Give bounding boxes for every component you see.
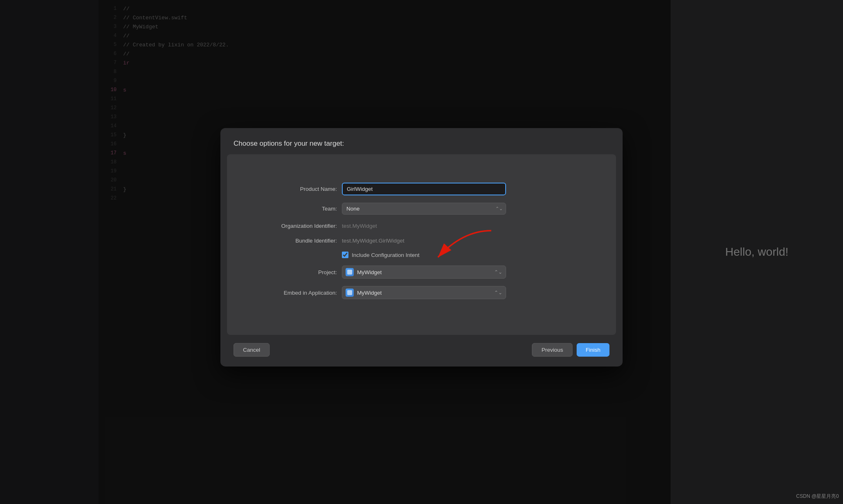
product-name-input[interactable] (342, 183, 506, 195)
modal-footer: Cancel Previous Finish (220, 335, 623, 367)
embed-app-icon (346, 289, 354, 297)
new-target-dialog: Choose options for your new target: Prod… (220, 128, 623, 367)
team-row: Team: None ⌃⌄ (227, 203, 616, 215)
embed-app-select-label: MyWidget (357, 289, 491, 296)
embed-app-row: Embed in Application: MyWidget ⌃⌄ (227, 286, 616, 299)
bundle-identifier-control: test.MyWidget.GirlWidget (342, 237, 506, 244)
org-identifier-row: Organization Identifier: test.MyWidget (227, 222, 616, 229)
annotation-arrow (430, 227, 495, 268)
previous-button[interactable]: Previous (532, 343, 573, 357)
cancel-button[interactable]: Cancel (234, 343, 270, 357)
team-control: None ⌃⌄ (342, 203, 506, 215)
org-identifier-value: test.MyWidget (342, 223, 377, 229)
project-app-icon (346, 268, 354, 276)
bundle-identifier-label: Bundle Identifier: (243, 237, 342, 243)
project-select[interactable]: MyWidget ⌃⌄ (342, 266, 506, 279)
team-select[interactable]: None (342, 203, 506, 215)
config-intent-wrapper: Include Configuration Intent (342, 252, 419, 258)
embed-app-select[interactable]: MyWidget ⌃⌄ (342, 286, 506, 299)
modal-title: Choose options for your new target: (234, 140, 609, 148)
project-chevron-icon: ⌃⌄ (494, 269, 502, 275)
bundle-identifier-value: test.MyWidget.GirlWidget (342, 238, 404, 244)
team-label: Team: (243, 206, 342, 212)
product-name-row: Product Name: (227, 183, 616, 195)
embed-app-icon-inner (347, 290, 352, 295)
product-name-control (342, 183, 506, 195)
project-row: Project: MyWidget ⌃⌄ (227, 266, 616, 279)
project-icon-inner (347, 270, 352, 275)
bundle-identifier-row: Bundle Identifier: test.MyWidget.GirlWid… (227, 237, 616, 244)
project-select-label: MyWidget (357, 269, 491, 275)
include-config-intent-label[interactable]: Include Configuration Intent (352, 252, 419, 258)
modal-body: Product Name: Team: None ⌃⌄ Organization… (227, 154, 616, 335)
embed-app-label: Embed in Application: (243, 289, 342, 296)
watermark: CSDN @星星月亮0 (796, 493, 839, 500)
footer-right-buttons: Previous Finish (532, 343, 609, 357)
include-config-intent-checkbox[interactable] (342, 252, 348, 258)
org-identifier-label: Organization Identifier: (243, 222, 342, 229)
project-label: Project: (243, 269, 342, 275)
embed-app-chevron-icon: ⌃⌄ (494, 290, 502, 296)
modal-header: Choose options for your new target: (220, 128, 623, 154)
org-identifier-control: test.MyWidget (342, 222, 506, 229)
finish-button[interactable]: Finish (577, 343, 609, 357)
product-name-label: Product Name: (243, 186, 342, 192)
embed-app-control: MyWidget ⌃⌄ (342, 286, 506, 299)
project-control: MyWidget ⌃⌄ (342, 266, 506, 279)
config-intent-row: Include Configuration Intent (325, 252, 616, 258)
